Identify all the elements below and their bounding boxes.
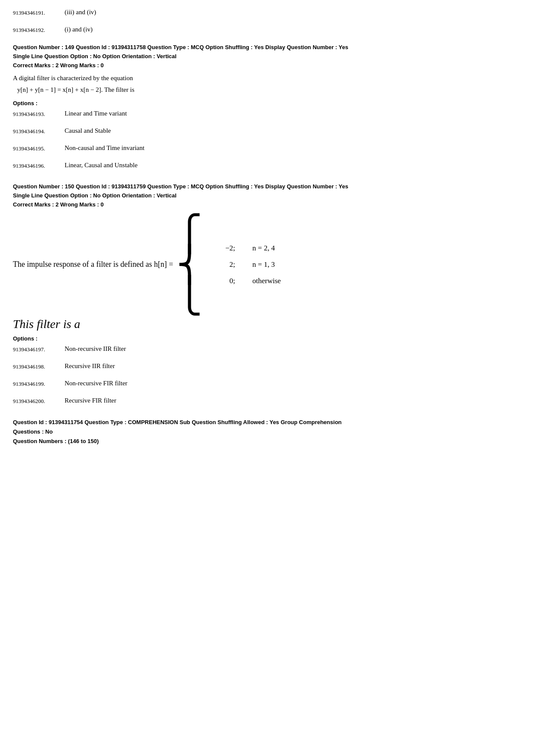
option-text-198: Recursive IIR filter xyxy=(65,362,115,370)
option-text-193: Linear and Time variant xyxy=(65,110,127,117)
option-id-193: 91394346193. xyxy=(13,110,65,118)
question-149: Question Number : 149 Question Id : 9139… xyxy=(13,43,521,169)
option-text-199: Non-recursive FIR filter xyxy=(65,380,127,387)
option-text-200: Recursive FIR filter xyxy=(65,397,116,404)
q149-meta: Question Number : 149 Question Id : 9139… xyxy=(13,43,521,70)
question-150: Question Number : 150 Question Id : 9139… xyxy=(13,182,521,404)
option-text-192: (i) and (iv) xyxy=(65,26,93,33)
q149-equation: y[n] + y[n − 1] = x[n] + x[n − 2]. The f… xyxy=(17,84,521,96)
option-id-194: 91394346194. xyxy=(13,127,65,135)
piecewise-val-2: 0; xyxy=(209,277,235,285)
option-row-200: 91394346200. Recursive FIR filter xyxy=(13,397,521,405)
option-row-197: 91394346197. Non-recursive IIR filter xyxy=(13,345,521,353)
piecewise-val-0: −2; xyxy=(209,244,235,253)
option-row-198: 91394346198. Recursive IIR filter xyxy=(13,362,521,370)
option-id-199: 91394346199. xyxy=(13,380,65,387)
piecewise-lhs: The impulse response of a filter is defi… xyxy=(13,260,173,269)
option-row-199: 91394346199. Non-recursive FIR filter xyxy=(13,380,521,387)
option-text-194: Causal and Stable xyxy=(65,127,111,134)
option-text-191: (iii) and (iv) xyxy=(65,9,96,16)
piecewise-cond-2: otherwise xyxy=(252,277,321,285)
option-row-194: 91394346194. Causal and Stable xyxy=(13,127,521,135)
this-filter-text: This filter is a xyxy=(13,317,521,331)
piecewise-cond-1: n = 1, 3 xyxy=(252,260,321,269)
piecewise-val-1: 2; xyxy=(209,260,235,269)
option-text-195: Non-causal and Time invariant xyxy=(65,144,144,152)
piecewise-row-1: 2; n = 1, 3 xyxy=(209,260,321,269)
option-id-197: 91394346197. xyxy=(13,345,65,353)
option-text-197: Non-recursive IIR filter xyxy=(65,345,126,353)
option-id-196: 91394346196. xyxy=(13,162,65,169)
q149-options-label: Options : xyxy=(13,100,521,106)
q150-meta: Question Number : 150 Question Id : 9139… xyxy=(13,182,521,209)
option-text-196: Linear, Causal and Unstable xyxy=(65,162,137,169)
option-row-196: 91394346196. Linear, Causal and Unstable xyxy=(13,162,521,169)
option-row-193: 91394346193. Linear and Time variant xyxy=(13,110,521,118)
q149-body1: A digital filter is characterized by the… xyxy=(13,72,521,96)
comprehension-meta: Question Id : 91394311754 Question Type … xyxy=(13,418,521,446)
piecewise-equation: The impulse response of a filter is defi… xyxy=(13,218,521,311)
piecewise-cond-0: n = 2, 4 xyxy=(252,244,321,253)
option-id-192: 91394346192. xyxy=(13,26,65,34)
prev-option-192: 91394346192. (i) and (iv) xyxy=(13,26,521,34)
piecewise-row-2: 0; otherwise xyxy=(209,277,321,285)
option-row-195: 91394346195. Non-causal and Time invaria… xyxy=(13,144,521,152)
q150-options-label: Options : xyxy=(13,335,521,342)
piecewise-cases: −2; n = 2, 4 2; n = 1, 3 0; otherwise xyxy=(209,244,321,285)
option-id-191: 91394346191. xyxy=(13,9,65,16)
prev-option-191: 91394346191. (iii) and (iv) xyxy=(13,9,521,16)
piecewise-row-0: −2; n = 2, 4 xyxy=(209,244,321,253)
piecewise-bracket: ⎧⎨⎩ xyxy=(177,218,202,311)
option-id-200: 91394346200. xyxy=(13,397,65,405)
option-id-198: 91394346198. xyxy=(13,362,65,370)
option-id-195: 91394346195. xyxy=(13,144,65,152)
